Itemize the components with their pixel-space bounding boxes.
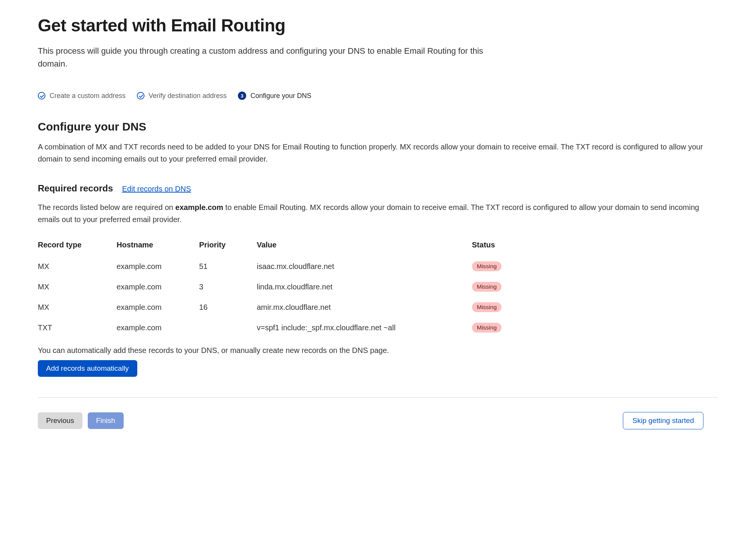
dns-records-table: Record type Hostname Priority Value Stat…: [38, 237, 526, 338]
required-records-description: The records listed below are required on…: [38, 201, 703, 225]
th-hostname: Hostname: [116, 237, 199, 256]
table-row: MX example.com 16 amir.mx.cloudflare.net…: [38, 297, 526, 317]
desc-pre: The records listed below are required on: [38, 203, 175, 211]
required-records-header: Required records Edit records on DNS: [38, 183, 718, 194]
cell-priority: 16: [199, 297, 257, 317]
step-create-address[interactable]: Create a custom address: [38, 92, 126, 100]
section-heading: Configure your DNS: [38, 120, 718, 133]
footer-left-buttons: Previous Finish: [38, 412, 124, 429]
cell-hostname: example.com: [116, 256, 199, 277]
th-status: Status: [472, 237, 526, 256]
table-row: MX example.com 3 linda.mx.cloudflare.net…: [38, 277, 526, 297]
th-value: Value: [257, 237, 472, 256]
status-badge: Missing: [472, 302, 502, 312]
onboarding-stepper: Create a custom address Verify destinati…: [38, 92, 718, 100]
skip-getting-started-button[interactable]: Skip getting started: [623, 412, 703, 429]
cell-type: TXT: [38, 317, 116, 338]
cell-value: v=spf1 include:_spf.mx.cloudflare.net ~a…: [257, 317, 472, 338]
step-configure-dns[interactable]: 3 Configure your DNS: [238, 92, 311, 100]
cell-type: MX: [38, 297, 116, 317]
after-table-text: You can automatically add these records …: [38, 346, 718, 355]
cell-hostname: example.com: [116, 297, 199, 317]
step-verify-destination[interactable]: Verify destination address: [137, 92, 227, 100]
check-circle-icon: [137, 92, 144, 99]
check-circle-icon: [38, 92, 45, 99]
step-number-badge: 3: [238, 92, 246, 100]
status-badge: Missing: [472, 261, 502, 271]
required-records-heading: Required records: [38, 183, 113, 194]
cell-status: Missing: [472, 256, 526, 277]
cell-priority: 51: [199, 256, 257, 277]
cell-hostname: example.com: [116, 277, 199, 297]
cell-status: Missing: [472, 297, 526, 317]
table-row: MX example.com 51 isaac.mx.cloudflare.ne…: [38, 256, 526, 277]
cell-priority: [199, 317, 257, 338]
cell-status: Missing: [472, 317, 526, 338]
status-badge: Missing: [472, 323, 502, 333]
step-label: Create a custom address: [50, 92, 126, 100]
page-root: Get started with Email Routing This proc…: [0, 0, 756, 452]
cell-value: isaac.mx.cloudflare.net: [257, 256, 472, 277]
cell-status: Missing: [472, 277, 526, 297]
edit-records-link[interactable]: Edit records on DNS: [122, 185, 191, 193]
th-record-type: Record type: [38, 237, 116, 256]
previous-button[interactable]: Previous: [38, 412, 82, 429]
cell-type: MX: [38, 277, 116, 297]
section-description: A combination of MX and TXT records need…: [38, 141, 703, 165]
page-title: Get started with Email Routing: [38, 15, 718, 36]
section-divider: [38, 397, 718, 398]
cell-value: amir.mx.cloudflare.net: [257, 297, 472, 317]
cell-priority: 3: [199, 277, 257, 297]
finish-button[interactable]: Finish: [88, 412, 124, 429]
intro-text: This process will guide you through crea…: [38, 45, 484, 70]
domain-name: example.com: [175, 203, 224, 211]
add-records-button[interactable]: Add records automatically: [38, 360, 137, 377]
step-label: Verify destination address: [149, 92, 227, 100]
table-row: TXT example.com v=spf1 include:_spf.mx.c…: [38, 317, 526, 338]
cell-hostname: example.com: [116, 317, 199, 338]
th-priority: Priority: [199, 237, 257, 256]
cell-value: linda.mx.cloudflare.net: [257, 277, 472, 297]
wizard-footer: Previous Finish Skip getting started: [38, 412, 703, 429]
table-header-row: Record type Hostname Priority Value Stat…: [38, 237, 526, 256]
cell-type: MX: [38, 256, 116, 277]
status-badge: Missing: [472, 282, 502, 292]
step-label: Configure your DNS: [250, 92, 311, 100]
